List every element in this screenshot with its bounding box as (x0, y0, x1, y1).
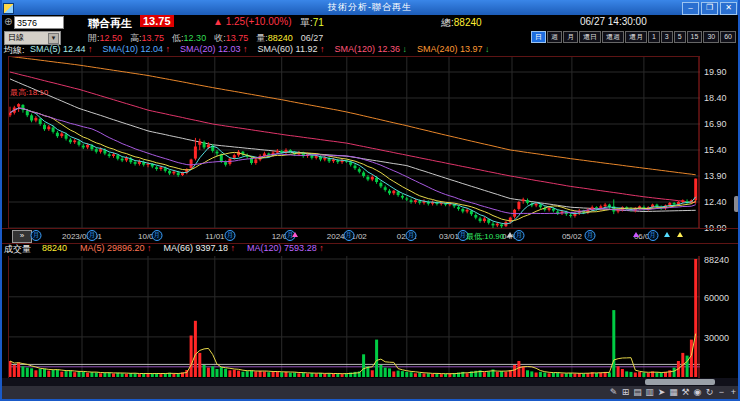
volume-chart-pane[interactable]: 882406000030000 (0, 256, 740, 379)
month-badge: 月 (647, 230, 658, 241)
save-icon[interactable]: ▤ (632, 387, 643, 398)
high-annotation: 最高:18.10 (10, 87, 48, 98)
price-axis-label: 15.40 (704, 145, 727, 155)
ohlc-field-value: 06/27 (301, 33, 324, 43)
ma-item: SMA(60) 11.92 ↑ (258, 44, 325, 54)
volume-ma-item: MA(66) 9397.18 ↑ (164, 243, 236, 253)
period-button-3[interactable]: 3 (661, 31, 673, 43)
ma-indicator-bar: 均線: SMA(5) 12.44 ↑SMA(10) 12.04 ↑SMA(20)… (0, 44, 740, 56)
cursor-icon[interactable]: ➤ (656, 387, 667, 398)
volume-ma-item: MA(5) 29896.20 ↑ (80, 243, 152, 253)
price-axis-label: 19.90 (704, 67, 727, 77)
maximize-button[interactable]: ❐ (701, 2, 718, 15)
price-axis-label: 12.40 (704, 197, 727, 207)
scrollbar-thumb[interactable] (645, 379, 715, 385)
volume-axis-label: 30000 (704, 333, 729, 343)
horizontal-scrollbar[interactable] (0, 378, 740, 386)
month-badge: 月 (224, 230, 235, 241)
title-bar: 技術分析-聯合再生 – ❐ ✕ (0, 0, 740, 15)
print-icon[interactable]: ▥ (644, 387, 655, 398)
volume-chart[interactable] (8, 256, 700, 378)
tools-icon[interactable]: ⚒ (680, 387, 691, 398)
unit-value: 71 (313, 17, 324, 28)
annotate-icon[interactable]: ✎ (608, 387, 619, 398)
volume-ma-item: MA(120) 7593.28 ↑ (247, 243, 324, 253)
period-dropdown-value: 日線 (8, 33, 24, 42)
down-arrow-icon: ↓ (403, 44, 408, 54)
period-buttons: 日週月還日還週還月135153060 (530, 31, 736, 43)
date-tick-label: 03/01 (439, 232, 459, 241)
last-price: 13.75 (140, 15, 174, 27)
volume-axis-label: 60000 (704, 293, 729, 303)
period-button-15[interactable]: 15 (687, 31, 703, 43)
price-axis-label: 13.90 (704, 171, 727, 181)
period-button-1[interactable]: 1 (648, 31, 660, 43)
technical-analysis-window: 技術分析-聯合再生 – ❐ ✕ ⊕ 聯合再生 13.75 ▲ 1.25(+10.… (0, 0, 740, 401)
link-icon[interactable]: ⊕ (4, 16, 12, 27)
volume-indicator-bar: 成交量 88240 MA(5) 29896.20 ↑MA(66) 9397.18… (0, 243, 740, 256)
signal-triangle-icon (507, 232, 513, 237)
window-border-left (0, 0, 2, 401)
skip-left-button[interactable]: » (12, 230, 32, 243)
period-button-60[interactable]: 60 (720, 31, 736, 43)
ma-item-text: SMA(60) 11.92 (258, 44, 320, 54)
grid-icon[interactable]: ▦ (668, 387, 679, 398)
window-controls: – ❐ ✕ (682, 2, 737, 15)
ohlc-bar: 日線 ▼ 開:12.50高:13.75低:12.30收:13.75量:88240… (0, 30, 740, 44)
unit-label: 單: (300, 17, 313, 28)
quote-header: ⊕ 聯合再生 13.75 ▲ 1.25(+10.00%) 單:71 總:8824… (0, 15, 740, 30)
ma-item-text: SMA(120) 12.36 (334, 44, 402, 54)
datetime: 06/27 14:30:00 (580, 16, 647, 27)
date-axis: » 2023/09/0110/0211/0112/012024/01/0202/… (0, 228, 740, 244)
month-badge: 月 (86, 230, 97, 241)
ma-item-text: SMA(5) 12.44 (30, 44, 88, 54)
volume-label: 成交量 (4, 243, 31, 256)
zoom-out-icon[interactable]: − (716, 387, 727, 398)
signal-triangle-icon (633, 232, 639, 237)
up-arrow-icon: ↑ (231, 243, 236, 253)
up-arrow-icon: ↑ (166, 44, 171, 54)
ohlc-field-value: 13.75 (226, 33, 249, 43)
month-badge: 月 (30, 230, 41, 241)
period-button-5[interactable]: 5 (674, 31, 686, 43)
price-axis-label: 18.40 (704, 93, 727, 103)
total-label: 總: (441, 17, 454, 28)
period-dropdown[interactable]: 日線 ▼ (4, 31, 61, 45)
period-button-還日[interactable]: 還日 (579, 31, 601, 43)
close-button[interactable]: ✕ (720, 2, 737, 15)
ma-item-text: SMA(240) 13.97 (417, 44, 485, 54)
period-button-月[interactable]: 月 (563, 31, 578, 43)
price-axis-label: 16.90 (704, 119, 727, 129)
date-tick-label: 05/02 (562, 232, 582, 241)
period-button-日[interactable]: 日 (531, 31, 546, 43)
month-badge: 月 (406, 230, 417, 241)
period-button-還月[interactable]: 還月 (625, 31, 647, 43)
chevron-down-icon: ▼ (48, 33, 59, 44)
price-change: ▲ 1.25(+10.00%) (213, 16, 292, 27)
ma-item: SMA(240) 13.97 ↓ (417, 44, 490, 54)
minimize-button[interactable]: – (682, 2, 699, 15)
up-arrow-icon: ↑ (320, 44, 325, 54)
up-arrow-icon: ↑ (243, 44, 248, 54)
period-button-週[interactable]: 週 (547, 31, 562, 43)
eye-icon[interactable]: ◉ (692, 387, 703, 398)
period-button-還週[interactable]: 還週 (602, 31, 624, 43)
ohlc-field-value: 88240 (268, 33, 293, 43)
candlestick-chart[interactable] (8, 56, 700, 228)
ohlc-field-label: 量: (256, 33, 268, 43)
total-value: 88240 (454, 17, 482, 28)
ohlc-field-label: 收: (214, 33, 226, 43)
date-tick-label: 11/01 (205, 232, 224, 241)
bottom-toolbar: ✎⊞▤▥➤▦⚒◉↻−+ (0, 386, 740, 399)
ma-items: SMA(5) 12.44 ↑SMA(10) 12.04 ↑SMA(20) 12.… (30, 44, 500, 54)
window-icon[interactable]: ⊞ (620, 387, 631, 398)
period-button-30[interactable]: 30 (703, 31, 719, 43)
window-title: 技術分析-聯合再生 (0, 0, 740, 15)
stock-code-input[interactable] (14, 16, 64, 29)
refresh-icon[interactable]: ↻ (704, 387, 715, 398)
volume-value: 88240 (42, 243, 67, 253)
month-badge: 月 (585, 230, 596, 241)
up-arrow-icon: ↑ (319, 243, 324, 253)
ohlc-field: 收:13.75 (214, 33, 248, 43)
price-chart-pane[interactable]: 最高:18.10 19.9018.4016.9015.4013.9012.401… (0, 56, 740, 228)
